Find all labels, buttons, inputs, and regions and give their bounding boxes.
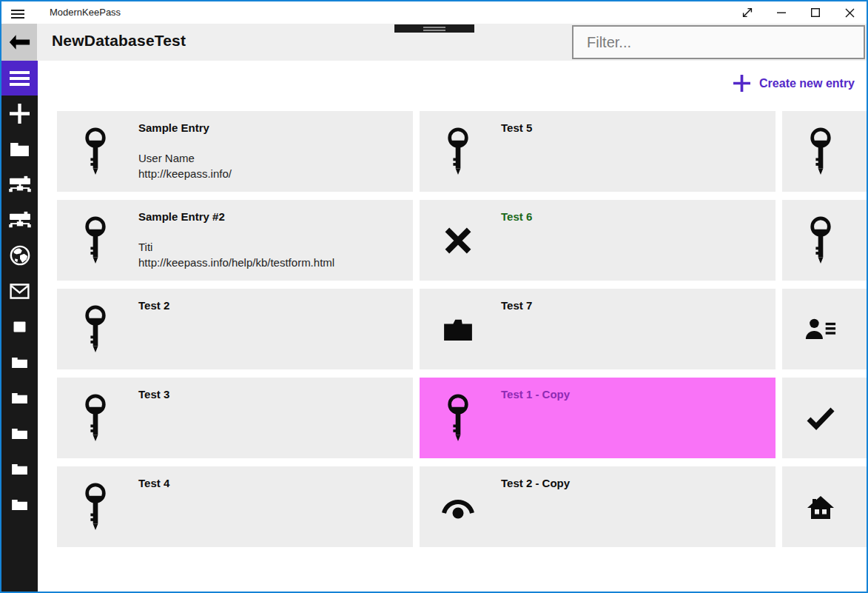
entry-card-partial-1[interactable] <box>782 111 867 192</box>
globe-icon <box>10 245 30 266</box>
entry-title: Test 6 <box>501 210 532 223</box>
entry-card-test-1-copy-selected[interactable]: Test 1 - Copy <box>420 378 776 458</box>
entry-card-test-2-copy[interactable]: Test 2 - Copy <box>420 466 776 547</box>
entry-column-1: Sample Entry User Name http://keepass.in… <box>57 111 413 592</box>
folder-icon <box>440 289 476 369</box>
entry-card-test-5[interactable]: Test 5 <box>420 111 776 192</box>
entry-title: Test 5 <box>501 121 532 134</box>
hamburger-icon <box>10 71 30 86</box>
entry-title: Test 1 - Copy <box>501 388 570 401</box>
minimize-icon <box>777 8 786 17</box>
sidebar-item-entry[interactable] <box>1 309 38 344</box>
window-controls <box>730 1 867 24</box>
entry-card-test-4[interactable]: Test 4 <box>57 466 413 547</box>
entry-title: Sample Entry <box>138 121 209 134</box>
entry-card-partial-5[interactable] <box>782 466 867 547</box>
entry-title: Sample Entry #2 <box>138 210 225 223</box>
entry-column-2: Test 5 Test 6 Test 7 Test 1 - Copy Test … <box>420 111 776 592</box>
fullscreen-button[interactable] <box>730 1 764 24</box>
entry-title: Test 3 <box>138 388 169 401</box>
check-icon <box>803 378 838 458</box>
mail-icon <box>10 284 30 299</box>
main-content: Create new entry Sample Entry User Name … <box>38 61 867 592</box>
back-button[interactable] <box>1 24 37 61</box>
folder-icon <box>11 463 28 475</box>
server-icon <box>9 175 31 194</box>
sidebar-item-folder[interactable] <box>1 131 38 167</box>
create-new-entry-label: Create new entry <box>759 77 855 90</box>
maximize-icon <box>811 8 820 17</box>
folder-icon <box>11 498 28 511</box>
drag-handle-bar <box>394 24 474 33</box>
key-icon <box>78 111 113 192</box>
sidebar-item-group-5[interactable] <box>1 486 38 522</box>
key-icon <box>440 378 476 458</box>
sidebar-item-add[interactable] <box>1 96 38 131</box>
key-icon <box>78 378 113 458</box>
square-icon <box>13 321 26 332</box>
sidebar-item-group-3[interactable] <box>1 415 38 451</box>
filter-input[interactable] <box>572 25 865 59</box>
plus-icon <box>733 75 750 92</box>
sidebar-item-remote-database[interactable] <box>1 167 38 202</box>
key-icon <box>78 466 113 547</box>
close-button[interactable] <box>832 1 867 24</box>
sidebar-item-remote-database-2[interactable] <box>1 202 38 238</box>
home-icon <box>803 466 838 547</box>
entry-title: Test 2 <box>138 299 169 312</box>
entry-card-test-6[interactable]: Test 6 <box>420 200 776 281</box>
key-icon <box>78 200 113 281</box>
page-header: NewDatabaseTest <box>1 24 867 61</box>
plus-icon <box>10 104 30 124</box>
entry-title: Test 7 <box>501 299 532 312</box>
eye-icon <box>440 466 476 547</box>
folder-icon <box>11 427 28 440</box>
sidebar-item-group-4[interactable] <box>1 451 38 486</box>
entry-card-partial-4[interactable] <box>782 378 867 458</box>
sidebar <box>1 61 38 592</box>
app-window: ModernKeePass NewDatabase <box>0 0 868 593</box>
app-title: ModernKeePass <box>50 7 121 18</box>
sidebar-item-mail[interactable] <box>1 273 38 309</box>
minimize-button[interactable] <box>764 1 798 24</box>
key-icon <box>803 111 838 192</box>
key-icon <box>803 200 838 281</box>
folder-icon <box>11 356 28 369</box>
server-icon <box>9 210 31 230</box>
entry-grid: Sample Entry User Name http://keepass.in… <box>57 111 867 592</box>
sidebar-item-menu[interactable] <box>1 61 38 96</box>
entry-title: Test 4 <box>138 477 169 489</box>
database-title: NewDatabaseTest <box>52 32 186 50</box>
entry-card-sample-entry-2[interactable]: Sample Entry #2 Titi http://keepass.info… <box>57 200 413 281</box>
entry-card-test-7[interactable]: Test 7 <box>420 289 776 369</box>
sidebar-item-web[interactable] <box>1 238 38 273</box>
entry-card-partial-3[interactable] <box>782 289 867 369</box>
folder-icon <box>11 392 28 404</box>
titlebar-hamburger-icon[interactable] <box>11 7 24 18</box>
create-new-entry-button[interactable]: Create new entry <box>733 75 855 92</box>
entry-details: Titi http://keepass.info/help/kb/testfor… <box>138 239 334 270</box>
entry-card-partial-2[interactable] <box>782 200 867 281</box>
key-icon <box>440 111 476 192</box>
folder-icon <box>10 141 30 157</box>
toolbar: Create new entry <box>38 61 867 111</box>
close-icon <box>845 8 855 18</box>
sidebar-item-group-1[interactable] <box>1 344 38 380</box>
entry-title: Test 2 - Copy <box>501 477 570 489</box>
contact-list-icon <box>803 289 838 369</box>
sidebar-item-group-2[interactable] <box>1 380 38 415</box>
maximize-button[interactable] <box>798 1 832 24</box>
back-arrow-icon <box>8 34 30 50</box>
key-icon <box>78 289 113 369</box>
fullscreen-icon <box>741 6 754 19</box>
entry-card-test-3[interactable]: Test 3 <box>57 378 413 458</box>
entry-card-test-2[interactable]: Test 2 <box>57 289 413 369</box>
entry-details: User Name http://keepass.info/ <box>138 150 232 181</box>
title-bar: ModernKeePass <box>1 1 867 24</box>
cross-icon <box>440 200 476 281</box>
entry-card-sample-entry[interactable]: Sample Entry User Name http://keepass.in… <box>57 111 413 192</box>
entry-column-3 <box>782 111 867 592</box>
